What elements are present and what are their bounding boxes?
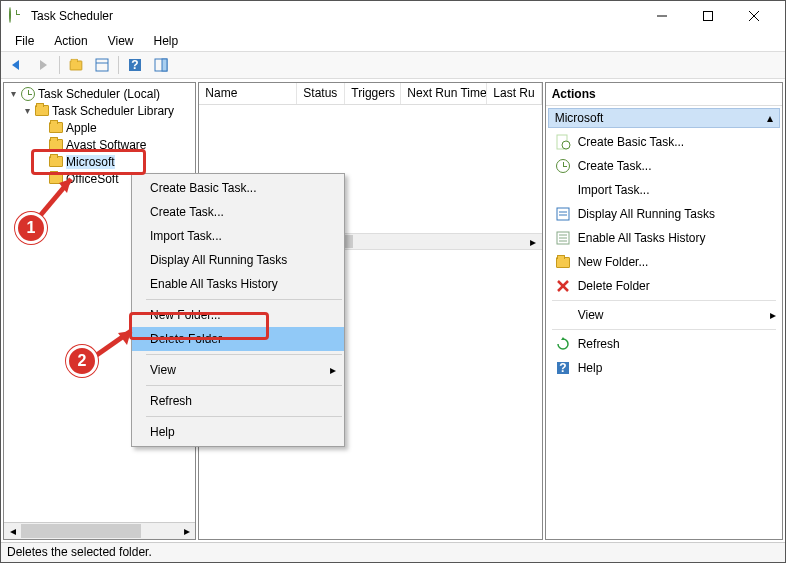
menu-action[interactable]: Action bbox=[46, 32, 95, 50]
annotation-badge-2: 2 bbox=[66, 345, 98, 377]
action-create-basic-task[interactable]: Create Basic Task... bbox=[548, 130, 780, 154]
tree-item-apple[interactable]: Apple bbox=[6, 119, 193, 136]
help-button[interactable]: ? bbox=[123, 54, 147, 76]
clock-icon bbox=[20, 86, 36, 102]
svg-rect-1 bbox=[704, 12, 713, 21]
history-icon bbox=[554, 230, 572, 246]
annotation-badge-1: 1 bbox=[15, 212, 47, 244]
tree-library[interactable]: ▾ Task Scheduler Library bbox=[6, 102, 193, 119]
svg-rect-9 bbox=[162, 59, 167, 71]
actions-pane: Actions Microsoft ▴ Create Basic Task...… bbox=[545, 82, 783, 540]
folder-icon bbox=[554, 254, 572, 270]
titlebar: Task Scheduler bbox=[1, 1, 785, 31]
toolbar-separator bbox=[59, 56, 60, 74]
window-title: Task Scheduler bbox=[31, 9, 639, 23]
scroll-right-icon[interactable]: ▸ bbox=[525, 234, 542, 249]
column-next-run[interactable]: Next Run Time bbox=[401, 83, 487, 104]
column-name[interactable]: Name bbox=[199, 83, 297, 104]
cm-new-folder[interactable]: New Folder... bbox=[132, 303, 344, 327]
action-create-task[interactable]: Create Task... bbox=[548, 154, 780, 178]
app-icon bbox=[9, 8, 25, 24]
cm-separator bbox=[146, 385, 342, 386]
toolbar: ? bbox=[1, 51, 785, 79]
column-status[interactable]: Status bbox=[297, 83, 345, 104]
folder-icon bbox=[34, 103, 50, 119]
scroll-right-icon[interactable]: ▸ bbox=[178, 523, 195, 539]
refresh-icon bbox=[554, 336, 572, 352]
close-button[interactable] bbox=[731, 1, 777, 31]
svg-rect-4 bbox=[96, 59, 108, 71]
expander-icon[interactable]: ▾ bbox=[20, 105, 34, 116]
action-help[interactable]: ?Help bbox=[548, 356, 780, 380]
action-new-folder[interactable]: New Folder... bbox=[548, 250, 780, 274]
chevron-right-icon: ▸ bbox=[330, 363, 336, 377]
folder-icon bbox=[48, 137, 64, 153]
cm-enable-history[interactable]: Enable All Tasks History bbox=[132, 272, 344, 296]
svg-text:?: ? bbox=[559, 361, 566, 375]
clock-page-icon bbox=[554, 134, 572, 150]
cm-view[interactable]: View▸ bbox=[132, 358, 344, 382]
svg-point-11 bbox=[562, 141, 570, 149]
menu-view[interactable]: View bbox=[100, 32, 142, 50]
cm-separator bbox=[146, 416, 342, 417]
tree-library-label: Task Scheduler Library bbox=[52, 104, 174, 118]
maximize-button[interactable] bbox=[685, 1, 731, 31]
properties-button[interactable] bbox=[90, 54, 114, 76]
action-enable-history[interactable]: Enable All Tasks History bbox=[548, 226, 780, 250]
column-triggers[interactable]: Triggers bbox=[345, 83, 401, 104]
action-view[interactable]: View▸ bbox=[548, 303, 780, 327]
folder-icon bbox=[48, 120, 64, 136]
cm-create-task[interactable]: Create Task... bbox=[132, 200, 344, 224]
action-import-task[interactable]: Import Task... bbox=[548, 178, 780, 202]
cm-help[interactable]: Help bbox=[132, 420, 344, 444]
svg-rect-12 bbox=[557, 208, 569, 220]
clock-icon bbox=[554, 158, 572, 174]
folder-icon bbox=[48, 154, 64, 170]
actions-group-title[interactable]: Microsoft ▴ bbox=[548, 108, 780, 128]
status-text: Deletes the selected folder. bbox=[7, 545, 152, 559]
actions-header: Actions bbox=[546, 83, 782, 106]
cm-display-running[interactable]: Display All Running Tasks bbox=[132, 248, 344, 272]
tree-root[interactable]: ▾ Task Scheduler (Local) bbox=[6, 85, 193, 102]
context-menu: Create Basic Task... Create Task... Impo… bbox=[131, 173, 345, 447]
forward-button[interactable] bbox=[31, 54, 55, 76]
back-button[interactable] bbox=[5, 54, 29, 76]
cm-separator bbox=[146, 299, 342, 300]
chevron-right-icon: ▸ bbox=[770, 308, 776, 322]
collapse-icon[interactable]: ▴ bbox=[767, 111, 773, 125]
menubar: File Action View Help bbox=[1, 31, 785, 51]
tree-horizontal-scrollbar[interactable]: ◂ ▸ bbox=[4, 522, 195, 539]
list-icon bbox=[554, 206, 572, 222]
tree-item-microsoft[interactable]: Microsoft bbox=[6, 153, 193, 170]
menu-help[interactable]: Help bbox=[146, 32, 187, 50]
delete-icon bbox=[554, 278, 572, 294]
cm-separator bbox=[146, 354, 342, 355]
action-refresh[interactable]: Refresh bbox=[548, 332, 780, 356]
show-hide-pane-button[interactable] bbox=[149, 54, 173, 76]
scroll-left-icon[interactable]: ◂ bbox=[4, 523, 21, 539]
statusbar: Deletes the selected folder. bbox=[1, 542, 785, 562]
column-last-run[interactable]: Last Ru bbox=[487, 83, 541, 104]
minimize-button[interactable] bbox=[639, 1, 685, 31]
cm-delete-folder[interactable]: Delete Folder bbox=[132, 327, 344, 351]
expander-icon[interactable]: ▾ bbox=[6, 88, 20, 99]
tree-item-avast[interactable]: Avast Software bbox=[6, 136, 193, 153]
action-separator bbox=[552, 329, 776, 330]
cm-import-task[interactable]: Import Task... bbox=[132, 224, 344, 248]
scrollbar-thumb[interactable] bbox=[21, 524, 141, 538]
toolbar-separator bbox=[118, 56, 119, 74]
help-icon: ? bbox=[554, 360, 572, 376]
action-delete-folder[interactable]: Delete Folder bbox=[548, 274, 780, 298]
tree-root-label: Task Scheduler (Local) bbox=[38, 87, 160, 101]
cm-refresh[interactable]: Refresh bbox=[132, 389, 344, 413]
action-display-running[interactable]: Display All Running Tasks bbox=[548, 202, 780, 226]
folder-up-button[interactable] bbox=[64, 54, 88, 76]
action-separator bbox=[552, 300, 776, 301]
list-header: Name Status Triggers Next Run Time Last … bbox=[199, 83, 541, 105]
menu-file[interactable]: File bbox=[7, 32, 42, 50]
cm-create-basic-task[interactable]: Create Basic Task... bbox=[132, 176, 344, 200]
svg-text:?: ? bbox=[131, 58, 138, 72]
